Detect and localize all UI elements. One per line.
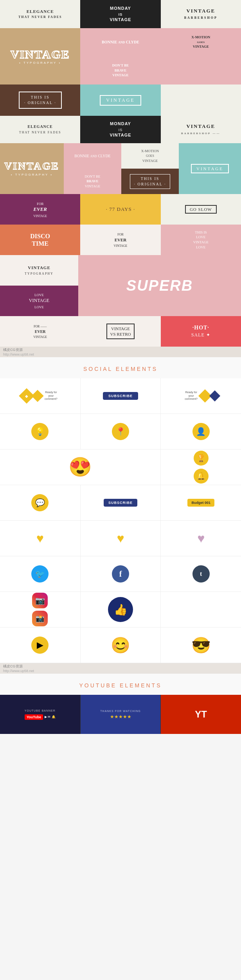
social-card-r7c1: 📷 📸: [0, 592, 81, 627]
vcard-r2c2: BONNIE and CLYDE: [64, 143, 121, 169]
social-grid: ◆ Ready for your comment? SUBSCRIBE Read…: [0, 378, 241, 663]
social-card-r8c1: ▶: [0, 628, 81, 663]
vcard-r6c2: VINTAGEVS RETRO: [80, 316, 160, 347]
ytcard-3: YT: [161, 695, 241, 734]
vcard-8: THIS IS· ORIGINAL ·: [0, 85, 80, 116]
vintage-section: ELEGANCETHAT NEVER FADES MONDAYISVINTAGE…: [0, 0, 241, 116]
vcard-r6c3: ·HOT·sale ✦: [161, 316, 241, 347]
vcard-r5c1b: LOVEVINTAGELOVE: [0, 286, 78, 316]
social-card-r4c1: 💬: [0, 485, 81, 520]
ytcard-1: YOUTUBE BANNER YouTube ▶ ✉ 🔔: [0, 695, 81, 734]
vcard-1: ELEGANCETHAT NEVER FADES: [0, 0, 80, 28]
ytcard-2: THANKS FOR WATCHING ★★★★★: [81, 695, 161, 734]
social-card-r6c2: f: [81, 556, 161, 592]
social-card-r7c2: 👍: [81, 592, 161, 627]
vcard-5: BONNIE and CLYDE: [80, 28, 160, 56]
vcard-r4c3: THIS ISLOVEVINTAGELOVE: [161, 225, 241, 255]
social-card-r5c1: ♥: [0, 521, 81, 556]
youtube-section-title: YOUTUBE ELEMENTS: [0, 682, 241, 689]
social-section-title: SOCIAL ELEMENTS: [0, 366, 241, 372]
vcard-r2c6: VINTAGE: [179, 143, 241, 194]
social-card-r2c2: 📍: [81, 414, 161, 449]
social-section-header: SOCIAL ELEMENTS: [0, 357, 241, 378]
vcard-r3c1: FOREVERVINTAGE: [0, 194, 80, 225]
vcard-r2c4: Don't beBRAVEVINTAGE: [64, 169, 121, 194]
watermark-2: 橘皮CG资源 http://www.up58.net: [0, 663, 241, 674]
vcard-r6c1: FOR ——EVERVINTAGE: [0, 316, 80, 347]
social-card-r5c2: ♥: [81, 521, 161, 556]
vcard-r3c2: · 77 DAYS ·: [80, 194, 160, 225]
vcard-4: VINTAGE • TYPOGRAPHY •: [0, 28, 80, 85]
vcard-r5c2: SUPERB: [78, 255, 241, 316]
vcard-r2c3: X-MOTIONGOESVINTAGE: [121, 143, 179, 169]
social-card-r1c3: Ready for your comment?: [161, 378, 241, 414]
vcard-r5c1: VINTAGETYPOGRAPHY: [0, 255, 78, 286]
vcard-6: X-MOTIONGOESVINTAGE: [161, 28, 241, 56]
vcard-2: MONDAYISVINTAGE: [80, 0, 160, 28]
vcard-r1c1: ELEGANCETHAT NEVER FADES: [0, 116, 80, 143]
social-card-r5c3: ♥: [161, 521, 241, 556]
social-card-r7c3: [161, 592, 241, 627]
social-card-r6c3: t: [161, 556, 241, 592]
social-card-r2c3: 👤: [161, 414, 241, 449]
vcard-r3c3: GO SLOW: [161, 194, 241, 225]
social-card-r2c1: 💡: [0, 414, 81, 449]
vcard-9: VINTAGE: [80, 85, 160, 116]
social-card-r4c2: SUBSCRIBE: [81, 485, 161, 520]
vcard-8-placeholder: [161, 56, 241, 85]
vcard-r4c2: FOREVERVINTAGE: [80, 225, 160, 255]
social-card-r8c3: 😎: [161, 628, 241, 663]
vcard-7: Don't beBRAVEVINTAGE: [80, 56, 160, 85]
social-card-r6c1: 🐦: [0, 556, 81, 592]
social-card-r3c1: 😍: [0, 450, 161, 485]
social-card-r3c2: 🏆 🔔: [161, 450, 241, 485]
watermark-1: 橘皮CG资源 http://www.up58.net: [0, 347, 241, 357]
youtube-section-header: YOUTUBE ELEMENTS: [0, 674, 241, 695]
vcard-3: VINTAGEBARBERSHOP: [161, 0, 241, 28]
vcard-r2c5: THIS IS· ORIGINAL ·: [121, 169, 179, 194]
vcard-r2c1: VINTAGE • TYPOGRAPHY •: [0, 143, 64, 194]
social-card-r4c3: Budget 001: [161, 485, 241, 520]
social-card-r8c2: 😊: [81, 628, 161, 663]
social-card-r1c2: SUBSCRIBE: [81, 378, 161, 414]
vcard-r4c1: DISCOTIME: [0, 225, 80, 255]
vcard-r1c3: VINTAGEBARBERSHOP ——: [161, 116, 241, 143]
youtube-grid: YOUTUBE BANNER YouTube ▶ ✉ 🔔 THANKS FOR …: [0, 695, 241, 734]
vcard-r1c2: MONDAYISVINTAGE: [80, 116, 160, 143]
vintage-grid-main: ELEGANCETHAT NEVER FADES MONDAYISVINTAGE…: [0, 116, 241, 357]
social-card-r1c1: ◆ Ready for your comment?: [0, 378, 81, 414]
